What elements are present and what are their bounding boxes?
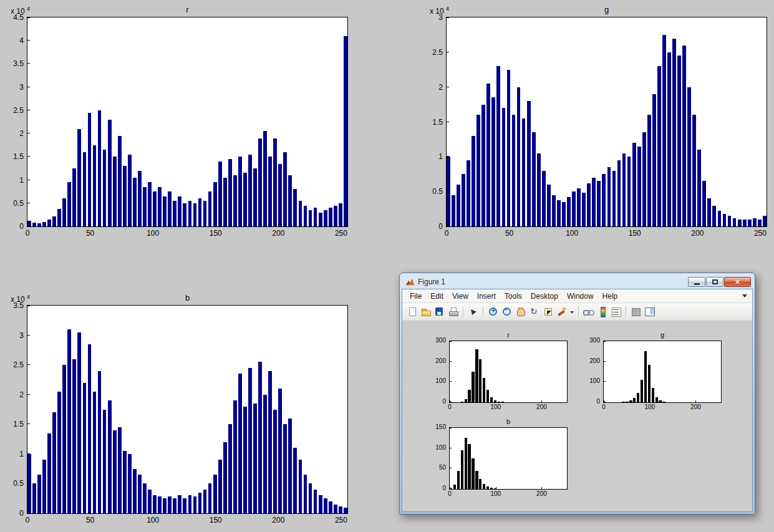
x-tick-label: 200	[685, 229, 710, 238]
histogram-g: g x 10 4 00.511.522.53050100150200250	[446, 17, 767, 227]
histogram-bar	[344, 508, 347, 514]
histogram-bar	[763, 216, 767, 226]
histogram-bar	[57, 392, 61, 513]
histogram-bar	[655, 397, 658, 402]
histogram-bar	[472, 458, 474, 489]
edit-plot-icon[interactable]	[467, 306, 480, 318]
histogram-bar	[42, 222, 46, 226]
y-tick-label: 50	[428, 465, 446, 471]
chart-title-small-g: g	[604, 331, 721, 339]
minimize-button[interactable]	[688, 277, 705, 287]
histogram-bar	[88, 113, 92, 226]
insert-colorbar-icon[interactable]	[596, 306, 609, 318]
histogram-bar	[118, 427, 122, 513]
histogram-bar	[627, 157, 631, 226]
x-tick-mark	[635, 224, 636, 226]
histogram-bar	[248, 368, 252, 513]
link-plot-icon[interactable]	[583, 306, 595, 318]
histogram-bar	[682, 46, 686, 226]
y-tick-mark	[27, 133, 30, 133]
y-tick-label: 150	[428, 424, 446, 430]
x-tick-label: 0	[15, 229, 40, 238]
save-figure-icon[interactable]	[433, 306, 446, 318]
histogram-bar	[467, 160, 470, 226]
rotate-3d-icon[interactable]	[528, 306, 541, 318]
maximize-button[interactable]	[706, 277, 723, 287]
toolbar-separator	[626, 306, 627, 317]
menu-file[interactable]: File	[405, 291, 426, 302]
menu-view[interactable]: View	[448, 291, 473, 302]
y-tick-mark	[447, 52, 449, 52]
histogram-bar	[128, 155, 132, 226]
histogram-bar	[677, 56, 681, 226]
y-tick-label: 300	[583, 337, 600, 344]
brush-icon[interactable]	[556, 306, 568, 318]
histogram-bar	[567, 197, 571, 226]
y-tick-mark	[604, 381, 606, 382]
menu-help[interactable]: Help	[598, 291, 622, 302]
y-tick-label: 2.5	[417, 49, 443, 56]
y-tick-mark	[27, 180, 30, 180]
menu-edit[interactable]: Edit	[426, 291, 448, 302]
histogram-bar	[329, 501, 332, 513]
show-plot-tools-icon[interactable]	[644, 306, 656, 318]
y-tick-label: 3	[417, 14, 443, 21]
chart-title-small-b: b	[450, 418, 567, 425]
histogram-bar	[582, 193, 586, 226]
histogram-bar	[103, 150, 107, 226]
histogram-bar	[339, 203, 342, 226]
histogram-bar	[479, 359, 481, 402]
histogram-bar	[697, 150, 701, 226]
histogram-bar	[183, 498, 186, 513]
x-tick-label: 0	[434, 229, 459, 238]
brush-dropdown-icon[interactable]	[569, 306, 575, 318]
histogram-bar	[447, 157, 450, 226]
histogram-bar	[304, 206, 307, 227]
window-titlebar[interactable]: Figure 1 ×	[402, 275, 753, 289]
histogram-bar	[248, 155, 252, 226]
y-tick-mark	[27, 335, 30, 336]
chart-title-r: r	[27, 5, 347, 14]
hide-plot-tools-icon[interactable]	[630, 306, 642, 318]
histogram-bar	[263, 395, 267, 513]
histogram-bar	[299, 201, 302, 226]
histogram-bar	[629, 400, 632, 402]
y-tick-label: 100	[428, 378, 446, 384]
histogram-bar	[475, 349, 478, 402]
zoom-in-icon[interactable]	[487, 306, 500, 318]
close-button[interactable]: ×	[724, 277, 751, 287]
histogram-bar	[647, 115, 651, 226]
menu-insert[interactable]: Insert	[473, 291, 500, 302]
x-tick-mark	[695, 400, 696, 402]
print-figure-icon[interactable]	[447, 306, 460, 318]
data-cursor-icon[interactable]	[542, 306, 554, 318]
zoom-out-icon[interactable]	[501, 306, 513, 318]
histogram-bar	[626, 402, 628, 402]
histogram-bar	[748, 220, 752, 226]
y-tick-mark	[27, 110, 30, 110]
y-tick-label: 1	[417, 153, 443, 160]
histogram-bar	[483, 378, 485, 402]
histogram-bar	[218, 162, 222, 226]
histogram-bar	[268, 157, 272, 226]
histogram-bar	[168, 191, 172, 226]
open-file-icon[interactable]	[420, 306, 432, 318]
histogram-bar	[462, 174, 465, 226]
histogram-bar	[32, 223, 36, 226]
histogram-bar	[457, 185, 460, 226]
histogram-bar	[644, 351, 647, 402]
new-figure-icon[interactable]	[406, 306, 418, 318]
insert-legend-icon[interactable]	[610, 306, 622, 318]
histogram-bar	[47, 220, 51, 226]
histogram-bar	[502, 108, 506, 226]
menu-tools[interactable]: Tools	[500, 291, 526, 302]
pan-icon[interactable]	[515, 306, 527, 318]
menu-overflow-icon[interactable]	[742, 294, 747, 297]
histogram-bar	[233, 400, 237, 513]
histogram-bar	[662, 402, 665, 402]
menu-desktop[interactable]: Desktop	[526, 291, 563, 302]
histogram-bar	[32, 483, 36, 513]
histogram-bar	[612, 171, 616, 226]
histogram-bar	[268, 371, 272, 513]
menu-window[interactable]: Window	[563, 291, 598, 302]
